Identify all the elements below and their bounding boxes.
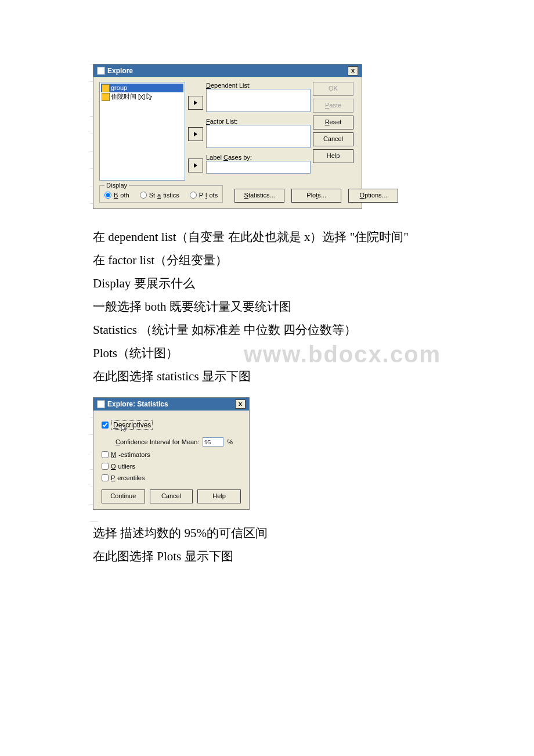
mouse-cursor-icon xyxy=(121,424,128,433)
explore-statistics-title: Explore: Statistics xyxy=(107,400,168,408)
source-item-group[interactable]: group xyxy=(101,84,183,92)
percentiles-check[interactable]: Percentiles xyxy=(102,474,241,481)
source-item-label: group xyxy=(111,84,127,92)
display-both-radio[interactable]: Both xyxy=(104,192,129,199)
body-p9: 在此图选择 Plots 显示下图 xyxy=(93,545,534,568)
factor-list-label: Factor List: xyxy=(206,118,311,125)
descriptives-check[interactable]: Descriptives xyxy=(102,417,241,433)
variable-icon xyxy=(102,84,110,92)
labelcases-box[interactable] xyxy=(206,161,311,174)
source-variable-list[interactable]: group 住院时间 [x] xyxy=(99,82,185,181)
paste-button[interactable]: Paste xyxy=(313,99,353,113)
confidence-interval-input[interactable] xyxy=(203,437,223,447)
body-p4: 一般选择 both 既要统计量又要统计图 xyxy=(93,295,534,318)
display-legend: Display xyxy=(104,182,129,189)
confidence-interval-row: Confidence Interval for Mean: % xyxy=(116,437,241,447)
body-p6: Plots（统计图） xyxy=(93,341,534,365)
explore-titlebar: Explore x xyxy=(93,64,362,77)
ci-percent-label: % xyxy=(227,438,233,445)
close-icon[interactable]: x xyxy=(235,399,246,409)
move-to-factor-button[interactable] xyxy=(188,127,203,141)
display-groupbox: Display Both Statistics Plots xyxy=(99,185,223,203)
ok-button[interactable]: OK xyxy=(313,82,353,96)
display-plots-radio[interactable]: Plots xyxy=(190,192,218,199)
factor-list-box[interactable] xyxy=(206,125,311,148)
body-p5: Statistics （统计量 如标准差 中位数 四分位数等） xyxy=(93,318,534,341)
body-p3: Display 要展示什么 xyxy=(93,272,534,295)
display-statistics-radio[interactable]: Statistics xyxy=(140,192,179,199)
source-item-label: 住院时间 [x] xyxy=(111,92,145,101)
help-button[interactable]: Help xyxy=(313,149,353,163)
cancel-button[interactable]: Cancel xyxy=(313,132,353,146)
dependent-list-label: Dependent List: xyxy=(206,82,311,89)
close-icon[interactable]: x xyxy=(348,66,358,75)
body-p2: 在 factor list（分组变量） xyxy=(93,249,534,272)
dependent-list-box[interactable] xyxy=(206,89,311,112)
body-p7: 在此图选择 statistics 显示下图 xyxy=(93,365,534,388)
labelcases-label: Label Cases by: xyxy=(206,154,311,161)
descriptives-label: Descriptives xyxy=(111,420,153,430)
explore-app-icon xyxy=(97,67,105,75)
body-p8: 选择 描述均数的 95%的可信区间 xyxy=(93,521,534,545)
options-button[interactable]: Options... xyxy=(348,189,398,203)
continue-button[interactable]: Continue xyxy=(102,489,145,503)
explore-title: Explore xyxy=(107,67,133,75)
move-to-labelcases-button[interactable] xyxy=(188,159,203,172)
stats-help-button[interactable]: Help xyxy=(197,489,241,503)
plots-button[interactable]: Plots... xyxy=(291,189,341,203)
m-estimators-check[interactable]: M-estimators xyxy=(102,451,241,458)
explore-app-icon xyxy=(97,400,105,408)
explore-statistics-dialog: Explore: Statistics x Descriptives Confi… xyxy=(93,397,250,510)
outliers-check[interactable]: Outliers xyxy=(102,463,241,470)
mouse-cursor-icon xyxy=(146,93,153,101)
reset-button[interactable]: Reset xyxy=(313,116,353,129)
statistics-button[interactable]: Statistics... xyxy=(234,189,284,203)
move-to-dependent-button[interactable] xyxy=(188,96,203,110)
stats-cancel-button[interactable]: Cancel xyxy=(150,489,193,503)
source-item-hosp-time[interactable]: 住院时间 [x] xyxy=(101,92,183,101)
variable-icon xyxy=(102,93,110,101)
explore-dialog: Explore x group 住院时间 [x] xyxy=(93,64,362,209)
explore-statistics-titlebar: Explore: Statistics x xyxy=(93,398,249,411)
body-p1: 在 dependent list（自变量 在此处也就是 x）选择 "住院时间" xyxy=(93,225,534,249)
